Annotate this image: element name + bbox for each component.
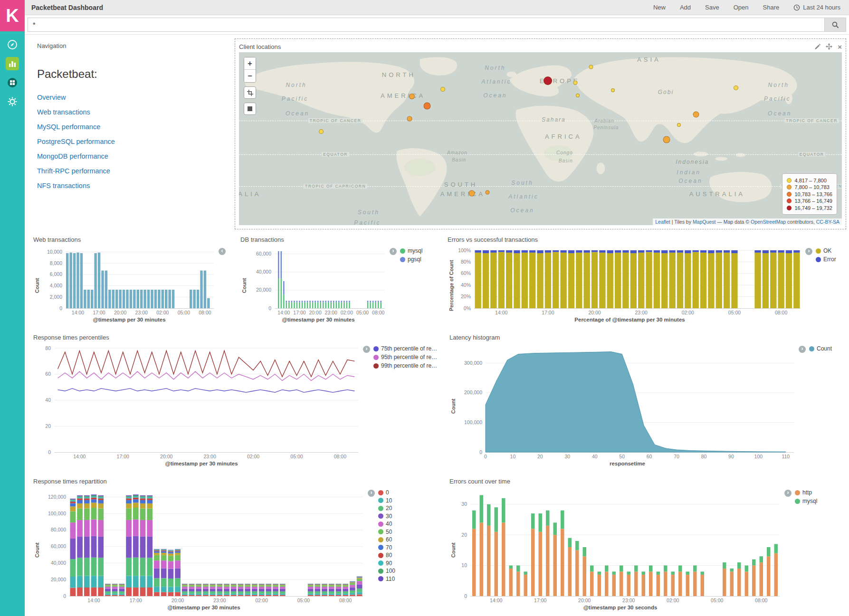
remove-panel-icon[interactable]: × — [838, 43, 842, 50]
visualize-bar-chart-icon[interactable] — [6, 57, 19, 70]
db-transactions-chart[interactable]: 020,00040,00060,00014:0017:0020:0023:000… — [248, 246, 389, 317]
client-location-dot[interactable] — [468, 190, 475, 196]
zoom-in-button[interactable]: + — [244, 57, 256, 70]
nav-link-mysql-performance[interactable]: MySQL performance — [37, 123, 100, 131]
nav-link-thrift-rpc-performance[interactable]: Thrift-RPC performance — [37, 167, 110, 175]
nav-link-mongodb-performance[interactable]: MongoDB performance — [37, 152, 108, 160]
legend-item[interactable]: mysql — [400, 247, 436, 254]
world-map[interactable]: TROPIC OF CANCERTROPIC OF CANCEREQUATORE… — [239, 52, 842, 225]
client-location-dot[interactable] — [677, 123, 681, 127]
svg-text:8,000: 8,000 — [50, 260, 62, 266]
svg-text:80: 80 — [701, 454, 707, 459]
latency-histogram-chart[interactable]: 0100,000200,000300,000010203040506070809… — [457, 344, 798, 461]
license-link[interactable]: CC-BY-SA — [816, 219, 839, 225]
panel-title: Errors count over time — [449, 478, 840, 488]
legend-item[interactable]: 0 — [378, 489, 438, 496]
client-location-dot[interactable] — [663, 136, 670, 143]
menu-open[interactable]: Open — [734, 4, 749, 11]
legend-expand-icon[interactable]: › — [368, 490, 375, 497]
kibana-logo[interactable]: K — [0, 0, 25, 31]
panel-title: Navigation — [37, 42, 229, 49]
move-panel-icon[interactable] — [826, 43, 832, 50]
client-location-dot[interactable] — [573, 80, 578, 85]
client-location-dot[interactable] — [693, 112, 699, 118]
svg-text:05:00: 05:00 — [711, 597, 723, 603]
fit-bounds-crop-icon[interactable] — [244, 86, 256, 99]
nav-link-web-transactions[interactable]: Web transactions — [37, 108, 90, 116]
legend-item[interactable]: 30 — [378, 513, 438, 520]
client-location-dot[interactable] — [409, 94, 415, 99]
client-location-dot[interactable] — [440, 87, 445, 92]
svg-text:40%: 40% — [461, 282, 471, 288]
discover-compass-icon[interactable] — [6, 38, 19, 51]
nav-link-nfs-transactions[interactable]: NFS transactions — [37, 182, 90, 190]
legend-item[interactable]: 110 — [378, 576, 438, 582]
time-picker[interactable]: Last 24 hours — [793, 4, 840, 11]
openstreetmap-link[interactable]: OpenStreetMap — [751, 219, 786, 225]
client-location-dot[interactable] — [589, 65, 593, 69]
svg-text:05:00: 05:00 — [297, 597, 310, 603]
legend-item[interactable]: 99th percentile of res... — [373, 362, 438, 369]
navigation-heading: Packetbeat: — [37, 67, 229, 81]
client-location-dot[interactable] — [423, 102, 430, 109]
search-button[interactable] — [824, 18, 846, 32]
legend-item[interactable]: 10 — [378, 497, 438, 504]
nav-link-item: MongoDB performance — [37, 152, 229, 161]
response-repartition-chart[interactable]: 020,00040,00060,00080,000100,000120,0001… — [41, 488, 367, 605]
menu-save[interactable]: Save — [705, 4, 719, 11]
legend-expand-icon[interactable]: › — [390, 248, 397, 255]
errors-count-chart[interactable]: 010203014:0017:0020:0023:0002:0005:0008:… — [457, 488, 783, 605]
legend-expand-icon[interactable]: › — [799, 346, 806, 353]
legend-expand-icon[interactable]: › — [784, 490, 792, 497]
legend-item[interactable]: Count — [809, 345, 840, 352]
legend-collapse-icon[interactable]: ‹ — [219, 248, 226, 255]
web-transactions-chart[interactable]: 02,0004,0006,0008,00010,00014:0017:0020:… — [41, 246, 218, 317]
menu-new[interactable]: New — [653, 4, 666, 11]
client-location-dot[interactable] — [319, 129, 324, 134]
legend-item[interactable]: 70 — [378, 544, 438, 551]
client-location-dot[interactable] — [576, 94, 580, 97]
legend-item[interactable]: 100 — [378, 568, 438, 574]
settings-gear-icon[interactable] — [6, 95, 19, 108]
legend-item[interactable]: OK — [816, 247, 840, 254]
errors-vs-ok-chart[interactable]: 0%20%40%60%80%100%14:0017:0020:0023:0002… — [455, 246, 804, 317]
leaflet-link[interactable]: Leaflet — [655, 219, 670, 225]
legend-item[interactable]: http — [795, 489, 840, 496]
navigation-links: Overview Web transactions MySQL performa… — [37, 93, 229, 190]
client-location-dot[interactable] — [485, 190, 489, 194]
legend-item[interactable]: 80 — [378, 552, 438, 559]
client-location-dot[interactable] — [544, 76, 552, 85]
response-percentiles-chart[interactable]: 02040608014:0017:0020:0023:0002:0005:000… — [41, 344, 362, 461]
latitude-line-label: TROPIC OF CANCER — [308, 118, 363, 123]
client-location-dot[interactable] — [611, 88, 615, 92]
legend-item[interactable]: pgsql — [400, 256, 436, 263]
nav-link-overview[interactable]: Overview — [37, 94, 66, 101]
dashboard-icon[interactable] — [6, 76, 19, 89]
svg-text:14:00: 14:00 — [87, 597, 100, 603]
x-axis-title: Percentage of @timestamp per 30 minutes — [455, 317, 804, 324]
legend-item[interactable]: 60 — [378, 536, 438, 543]
legend-item[interactable]: 20 — [378, 505, 438, 512]
client-location-dot[interactable] — [734, 85, 738, 90]
legend-expand-icon[interactable]: › — [805, 248, 812, 255]
legend-item[interactable]: 95th percentile of res... — [373, 354, 438, 360]
svg-text:05:00: 05:00 — [356, 310, 369, 315]
legend-item[interactable]: 50 — [378, 529, 438, 535]
nav-link-postgresql-performance[interactable]: PostgreSQL performance — [37, 138, 115, 145]
svg-text:10: 10 — [510, 454, 516, 459]
client-location-dot[interactable] — [407, 116, 412, 122]
menu-add[interactable]: Add — [680, 4, 691, 11]
search-input[interactable] — [28, 18, 824, 32]
edit-panel-icon[interactable] — [814, 44, 820, 50]
draw-rectangle-button[interactable] — [244, 103, 256, 115]
mapquest-link[interactable]: MapQuest — [693, 219, 715, 225]
legend-item[interactable]: 75th percentile of res... — [373, 345, 438, 352]
legend-item[interactable]: 40 — [378, 521, 438, 527]
zoom-out-button[interactable]: − — [244, 70, 256, 82]
legend-item[interactable]: Error — [816, 256, 840, 263]
legend-item[interactable]: 90 — [378, 560, 438, 567]
legend-expand-icon[interactable]: › — [363, 346, 370, 353]
svg-text:20:00: 20:00 — [309, 310, 321, 315]
menu-share[interactable]: Share — [763, 4, 780, 11]
legend-item[interactable]: mysql — [795, 498, 840, 504]
